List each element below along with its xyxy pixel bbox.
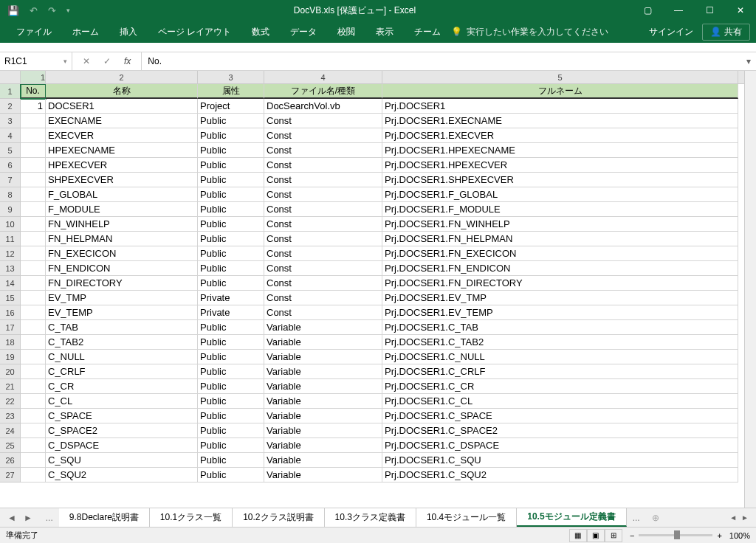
column-header[interactable]: 4 [264,71,382,83]
cell[interactable]: SHPEXECVER [46,173,198,187]
row-header[interactable]: 11 [0,232,21,246]
header-cell[interactable]: 属性 [198,84,264,99]
row-header[interactable]: 7 [0,173,21,187]
normal-view-icon[interactable]: ▦ [569,529,587,542]
row-header[interactable]: 25 [0,438,21,453]
new-sheet-icon[interactable]: ⊕ [646,513,665,523]
cell[interactable]: C_SPACE [46,409,198,423]
cell[interactable] [21,187,46,202]
cell[interactable] [21,379,46,394]
cell[interactable] [21,232,46,246]
sheet-tab[interactable]: 10.3クラス定義書 [325,508,416,527]
cell[interactable]: Public [198,423,264,438]
row-header[interactable]: 26 [0,453,21,468]
cancel-icon[interactable]: ✕ [83,56,90,66]
minimize-icon[interactable]: — [663,0,694,21]
cell[interactable]: Const [264,291,382,305]
zoom-out-icon[interactable]: − [630,531,634,540]
cell[interactable]: Public [198,187,264,202]
column-header[interactable]: 3 [198,71,264,83]
cell[interactable]: Variable [264,350,382,364]
cell[interactable]: Prj.DOCSER1.FN_WINHELP [382,217,738,232]
cell[interactable]: Prj.DOCSER1.FN_EXECICON [382,246,738,261]
cell[interactable]: Prj.DOCSER1.FN_ENDICON [382,261,738,276]
hscroll-right-icon[interactable]: ► [741,513,749,522]
cell[interactable]: Public [198,320,264,335]
cell[interactable]: Public [198,364,264,379]
cell[interactable]: Private [198,291,264,305]
cell[interactable] [21,409,46,423]
ribbon-display-icon[interactable]: ▢ [632,0,663,21]
ribbon-tab[interactable]: 校閲 [327,21,365,43]
sheet-tab[interactable]: 9.8Declare説明書 [59,508,150,527]
row-header[interactable]: 8 [0,187,21,202]
cell[interactable]: Public [198,143,264,158]
name-box[interactable]: R1C1 ▾ [0,52,72,70]
column-header[interactable]: 5 [382,71,738,83]
cell[interactable]: Const [264,114,382,128]
row-header[interactable]: 15 [0,291,21,305]
cell[interactable] [21,350,46,364]
cell[interactable]: Prj.DOCSER1.SHPEXECVER [382,173,738,187]
row-header[interactable]: 27 [0,468,21,483]
cell[interactable]: Project [198,99,264,114]
cell[interactable]: Prj.DOCSER1 [382,99,738,114]
cell[interactable]: Prj.DOCSER1.C_CRLF [382,364,738,379]
cell[interactable]: Variable [264,335,382,350]
cell[interactable]: FN_WINHELP [46,217,198,232]
row-header[interactable]: 4 [0,128,21,143]
ribbon-tab[interactable]: データ [280,21,327,43]
cell[interactable] [21,364,46,379]
cell[interactable]: Prj.DOCSER1.EXECVER [382,128,738,143]
cell[interactable]: Prj.DOCSER1.EV_TMP [382,291,738,305]
cell[interactable]: Public [198,453,264,468]
row-header[interactable]: 14 [0,276,21,291]
save-icon[interactable]: 💾 [7,5,19,16]
row-header[interactable]: 23 [0,409,21,423]
tab-ellipsis-left[interactable]: ... [40,513,59,523]
undo-icon[interactable]: ↶ [30,5,38,16]
row-header[interactable]: 6 [0,158,21,173]
page-break-view-icon[interactable]: ⊞ [605,529,622,542]
signin-link[interactable]: サインイン [649,26,693,38]
cell[interactable]: Public [198,335,264,350]
cell[interactable]: Const [264,158,382,173]
cell[interactable]: Variable [264,394,382,409]
cell[interactable]: Prj.DOCSER1.C_DSPACE [382,438,738,453]
cell[interactable] [21,143,46,158]
cell[interactable]: Prj.DOCSER1.C_TAB [382,320,738,335]
row-header[interactable]: 13 [0,261,21,276]
cell[interactable] [21,453,46,468]
header-cell[interactable]: No. [21,84,46,99]
cell[interactable]: Prj.DOCSER1.C_TAB2 [382,335,738,350]
tab-ellipsis-right[interactable]: ... [627,513,646,523]
chevron-down-icon[interactable]: ▾ [63,58,67,65]
tab-scroll-left-icon[interactable]: ◄ [7,513,16,523]
hscroll-left-icon[interactable]: ◄ [729,513,737,522]
cell[interactable]: Public [198,173,264,187]
cell[interactable]: Public [198,379,264,394]
cell[interactable]: Prj.DOCSER1.F_GLOBAL [382,187,738,202]
cell[interactable] [21,305,46,320]
cell[interactable] [21,158,46,173]
cell[interactable]: Const [264,232,382,246]
ribbon-tab[interactable]: 挿入 [109,21,148,43]
cell[interactable]: Const [264,246,382,261]
cell[interactable]: Prj.DOCSER1.EXECNAME [382,114,738,128]
cell[interactable]: Variable [264,379,382,394]
row-header[interactable]: 24 [0,423,21,438]
cell[interactable]: C_TAB [46,320,198,335]
cell[interactable]: 1 [21,99,46,114]
row-header[interactable]: 3 [0,114,21,128]
zoom-slider[interactable]: − + [630,531,722,540]
row-header[interactable]: 9 [0,202,21,217]
cell[interactable]: FN_ENDICON [46,261,198,276]
maximize-icon[interactable]: ☐ [694,0,725,21]
cell[interactable]: Variable [264,438,382,453]
row-header[interactable]: 10 [0,217,21,232]
ribbon-tab[interactable]: 表示 [365,21,404,43]
cell[interactable]: HPEXECNAME [46,143,198,158]
cell[interactable]: EV_TEMP [46,305,198,320]
sheet-tab[interactable]: 10.4モジュール一覧 [416,508,517,527]
header-cell[interactable]: ファイル名/種類 [264,84,382,99]
